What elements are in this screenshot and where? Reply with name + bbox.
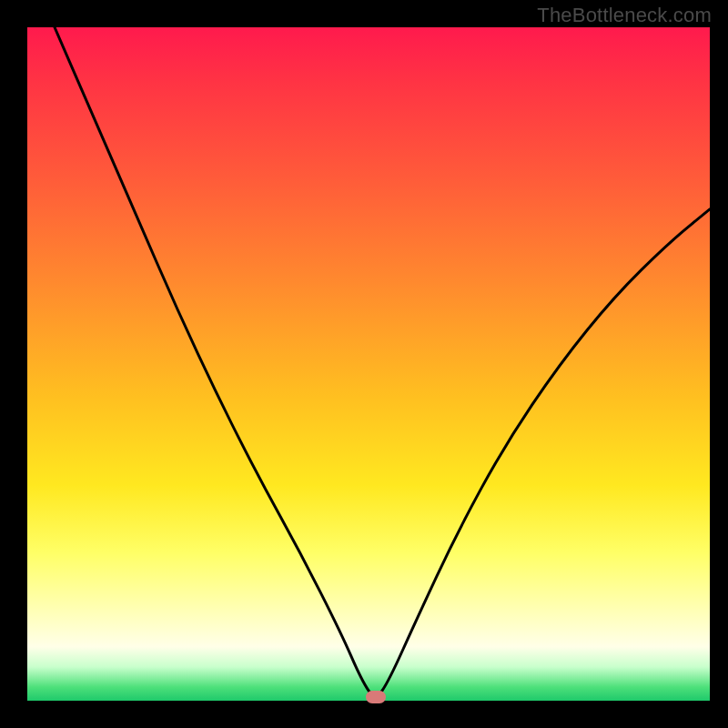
optimal-point-marker: [366, 691, 386, 703]
watermark-text: TheBottleneck.com: [537, 4, 712, 27]
chart-frame: TheBottleneck.com: [0, 0, 728, 728]
bottleneck-curve: [27, 27, 710, 701]
plot-area: [27, 27, 710, 701]
